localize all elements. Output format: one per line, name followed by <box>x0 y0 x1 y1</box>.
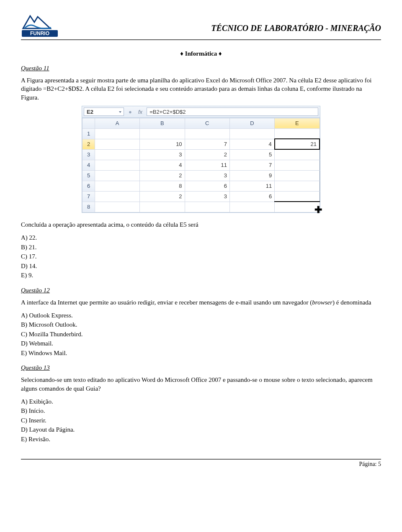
cell-E4[interactable] <box>275 160 320 170</box>
q12-opt-c[interactable]: C) Mozilla Thunderbird. <box>21 330 381 339</box>
cell-A4[interactable] <box>95 160 140 170</box>
cell-C1[interactable] <box>185 128 229 139</box>
row-header[interactable]: 3 <box>82 149 95 160</box>
cell-D1[interactable] <box>229 128 274 139</box>
document-title: TÉCNICO DE LABORATÓRIO - MINERAÇÃO <box>211 12 381 33</box>
cell-C5[interactable]: 3 <box>185 170 229 181</box>
excel-grid: A B C D E 121074213325441175239686117236… <box>82 118 320 212</box>
cell-A6[interactable] <box>95 181 140 191</box>
col-A[interactable]: A <box>95 118 140 128</box>
q13-opt-b[interactable]: B) Início. <box>21 406 381 416</box>
table-row: 68611 <box>82 181 320 191</box>
cell-D8[interactable] <box>229 202 274 212</box>
cell-D2[interactable]: 4 <box>229 139 274 149</box>
logo-funrio: FUNRIO <box>21 12 59 38</box>
q13-opt-a[interactable]: A) Exibição. <box>21 397 381 407</box>
cell-D4[interactable]: 7 <box>229 160 274 170</box>
cell-E2[interactable]: 21 <box>275 139 320 149</box>
page-header: FUNRIO TÉCNICO DE LABORATÓRIO - MINERAÇÃ… <box>21 12 381 38</box>
cell-E1[interactable] <box>275 128 320 139</box>
table-row: 1 <box>82 128 320 139</box>
question-12-text: A interface da Internet que permite ao u… <box>21 298 381 307</box>
q11-opt-a[interactable]: A) 22. <box>21 233 381 243</box>
cell-D7[interactable]: 6 <box>229 191 274 202</box>
row-header[interactable]: 4 <box>82 160 95 170</box>
col-C[interactable]: C <box>185 118 229 128</box>
q12-opt-e[interactable]: E) Windows Mail. <box>21 348 381 358</box>
cell-E6[interactable] <box>275 181 320 191</box>
col-D[interactable]: D <box>229 118 274 128</box>
cell-A2[interactable] <box>95 139 140 149</box>
row-header[interactable]: 1 <box>82 128 95 139</box>
fx-icon[interactable]: fx <box>137 109 144 115</box>
q11-opt-b[interactable]: B) 21. <box>21 243 381 252</box>
section-title: ♦ Informática ♦ <box>21 50 381 57</box>
question-13-label: Questão 13 <box>21 364 381 371</box>
excel-formula-input[interactable]: =B2+C2+$D$2 <box>147 107 318 116</box>
row-header[interactable]: 2 <box>82 139 95 149</box>
cell-B5[interactable]: 2 <box>140 170 185 181</box>
cell-E8[interactable]: ✚ <box>275 202 320 212</box>
fill-handle-icon[interactable]: ✚ <box>314 205 322 215</box>
q12-opt-b[interactable]: B) Microsoft Outlook. <box>21 320 381 330</box>
cell-D6[interactable]: 11 <box>229 181 274 191</box>
excel-formula-bar: E2 ● fx =B2+C2+$D$2 <box>82 106 320 118</box>
question-12-options: A) Outlook Express. B) Microsoft Outlook… <box>21 311 381 358</box>
question-13-text: Selecionando-se um texto editado no apli… <box>21 376 381 393</box>
q13-opt-d[interactable]: D) Layout da Página. <box>21 425 381 435</box>
cell-B1[interactable] <box>140 128 185 139</box>
q13-opt-e[interactable]: E) Revisão. <box>21 435 381 444</box>
table-row: 2107421 <box>82 139 320 149</box>
cell-A3[interactable] <box>95 149 140 160</box>
row-header[interactable]: 6 <box>82 181 95 191</box>
cell-B2[interactable]: 10 <box>140 139 185 149</box>
page-footer: Página: 5 <box>21 459 381 468</box>
col-E[interactable]: E <box>275 118 320 128</box>
cell-D3[interactable]: 5 <box>229 149 274 160</box>
q13-opt-c[interactable]: C) Inserir. <box>21 416 381 425</box>
cell-C6[interactable]: 6 <box>185 181 229 191</box>
header-divider <box>21 39 381 40</box>
cell-C2[interactable]: 7 <box>185 139 229 149</box>
cell-E5[interactable] <box>275 170 320 181</box>
cell-D5[interactable]: 9 <box>229 170 274 181</box>
question-11-followup: Concluída a operação apresentada acima, … <box>21 220 381 229</box>
q11-opt-e[interactable]: E) 9. <box>21 271 381 280</box>
cell-A7[interactable] <box>95 191 140 202</box>
q11-opt-c[interactable]: C) 17. <box>21 252 381 261</box>
question-12-label: Questão 12 <box>21 287 381 294</box>
cell-E3[interactable] <box>275 149 320 160</box>
row-header[interactable]: 5 <box>82 170 95 181</box>
cell-A5[interactable] <box>95 170 140 181</box>
cell-B6[interactable]: 8 <box>140 181 185 191</box>
table-row: 3325 <box>82 149 320 160</box>
excel-name-box[interactable]: E2 <box>84 107 124 116</box>
cell-B4[interactable]: 4 <box>140 160 185 170</box>
q11-opt-d[interactable]: D) 14. <box>21 261 381 271</box>
question-11-options: A) 22. B) 21. C) 17. D) 14. E) 9. <box>21 233 381 280</box>
question-11-text: A Figura apresentada a seguir mostra par… <box>21 76 381 102</box>
row-header[interactable]: 7 <box>82 191 95 202</box>
table-row: 7236 <box>82 191 320 202</box>
table-row: 8✚ <box>82 202 320 212</box>
table-row: 44117 <box>82 160 320 170</box>
q12-opt-a[interactable]: A) Outlook Express. <box>21 311 381 320</box>
question-13-options: A) Exibição. B) Início. C) Inserir. D) L… <box>21 397 381 444</box>
cell-E7[interactable] <box>275 191 320 202</box>
corner-cell[interactable] <box>82 118 95 128</box>
cell-C4[interactable]: 11 <box>185 160 229 170</box>
row-header[interactable]: 8 <box>82 202 95 212</box>
cell-B8[interactable] <box>140 202 185 212</box>
cell-C7[interactable]: 3 <box>185 191 229 202</box>
excel-screenshot: E2 ● fx =B2+C2+$D$2 A B C D E 1210742133… <box>82 106 320 213</box>
cell-A8[interactable] <box>95 202 140 212</box>
svg-text:FUNRIO: FUNRIO <box>30 31 49 36</box>
cell-C3[interactable]: 2 <box>185 149 229 160</box>
cell-C8[interactable] <box>185 202 229 212</box>
table-row: 5239 <box>82 170 320 181</box>
cell-B7[interactable]: 2 <box>140 191 185 202</box>
q12-opt-d[interactable]: D) Webmail. <box>21 339 381 348</box>
col-B[interactable]: B <box>140 118 185 128</box>
cell-B3[interactable]: 3 <box>140 149 185 160</box>
cell-A1[interactable] <box>95 128 140 139</box>
